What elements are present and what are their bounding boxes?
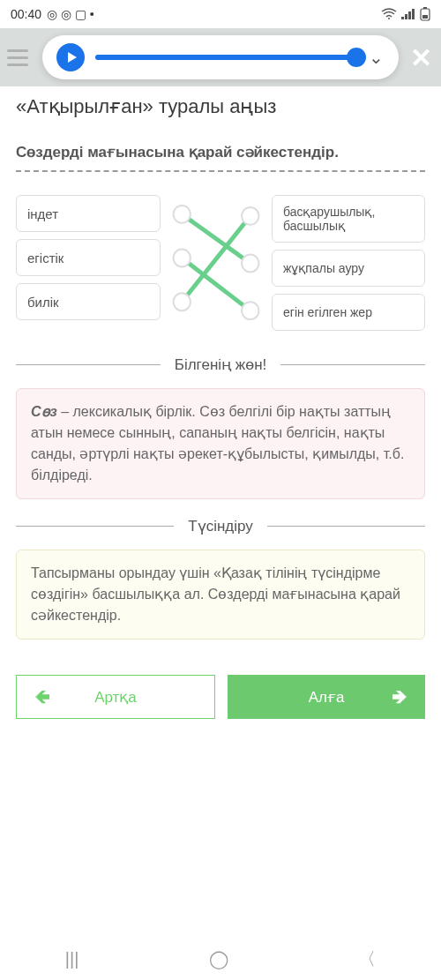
next-label: Алға	[309, 688, 345, 707]
svg-rect-3	[408, 11, 411, 19]
slider-thumb[interactable]	[347, 48, 366, 67]
svg-line-9	[182, 258, 250, 311]
nav-back-icon[interactable]: 〈	[358, 947, 376, 971]
info-box: Сөз – лексикалық бірлік. Сөз белгілі бір…	[16, 388, 425, 499]
word-right[interactable]: егін егілген жер	[272, 294, 425, 331]
svg-point-15	[242, 255, 258, 273]
word-left[interactable]: егістік	[16, 239, 161, 276]
menu-icon[interactable]	[0, 49, 35, 66]
svg-rect-5	[421, 9, 430, 20]
left-column: індет егістік билік	[16, 195, 161, 331]
word-right[interactable]: басқарушылық, басшылық	[272, 195, 425, 243]
word-left[interactable]: билік	[16, 283, 161, 320]
svg-point-11	[174, 206, 191, 223]
svg-line-10	[182, 216, 250, 302]
feedback-section: Білгенің жөн!	[16, 355, 425, 374]
info-bold: Сөз	[31, 404, 57, 419]
right-column: басқарушылық, басшылық жұқпалы ауру егін…	[272, 195, 425, 331]
explain-section: Түсіндіру	[16, 517, 425, 535]
instruction-text: Сөздерді мағынасына қарай сәйкестендір.	[16, 143, 425, 161]
svg-rect-1	[401, 17, 404, 19]
tip-box: Тапсырманы орындау үшін «Қазақ тілінің т…	[16, 550, 425, 640]
back-label: Артқа	[94, 688, 137, 707]
chevron-down-icon[interactable]: ⌄	[367, 49, 385, 66]
arrow-right-icon: 🡺	[392, 688, 407, 707]
svg-rect-7	[422, 15, 428, 19]
explain-label: Түсіндіру	[188, 517, 253, 535]
page-title: «Атқырылған» туралы аңыз	[16, 95, 425, 118]
back-button[interactable]: 🡸 Артқа	[16, 675, 215, 719]
nav-recent-icon[interactable]: |||	[65, 949, 79, 969]
svg-point-16	[242, 302, 258, 319]
word-right[interactable]: жұқпалы ауру	[272, 250, 425, 287]
info-text: – лексикалық бірлік. Сөз белгілі бір нақ…	[31, 404, 404, 483]
svg-rect-4	[412, 9, 415, 19]
audio-player: ⌄	[42, 35, 399, 79]
status-right	[381, 7, 430, 21]
svg-point-14	[242, 207, 258, 225]
match-connectors	[161, 195, 272, 331]
header-bar: ⌄ ✕	[0, 28, 441, 86]
nav-home-icon[interactable]: ◯	[209, 948, 228, 969]
word-left[interactable]: індет	[16, 195, 161, 232]
svg-point-12	[174, 250, 191, 267]
next-button[interactable]: Алға 🡺	[228, 675, 425, 719]
svg-point-0	[388, 18, 390, 19]
play-button[interactable]	[56, 43, 85, 71]
android-nav-bar: ||| ◯ 〈	[0, 938, 441, 980]
arrow-left-icon: 🡸	[34, 688, 50, 707]
audio-slider[interactable]	[95, 55, 356, 60]
status-icons: ◎ ◎ ▢ •	[47, 7, 94, 21]
feedback-text: Білгенің жөн!	[175, 355, 267, 374]
match-area: індет егістік билік басқарушылық, басшыл…	[16, 195, 425, 331]
svg-rect-6	[423, 7, 427, 9]
svg-rect-2	[405, 14, 407, 19]
status-bar: 00:40 ◎ ◎ ▢ •	[0, 0, 441, 28]
divider-dashed	[16, 167, 425, 172]
status-time: 00:40	[11, 7, 41, 21]
close-icon[interactable]: ✕	[410, 42, 432, 73]
svg-point-13	[174, 293, 191, 310]
